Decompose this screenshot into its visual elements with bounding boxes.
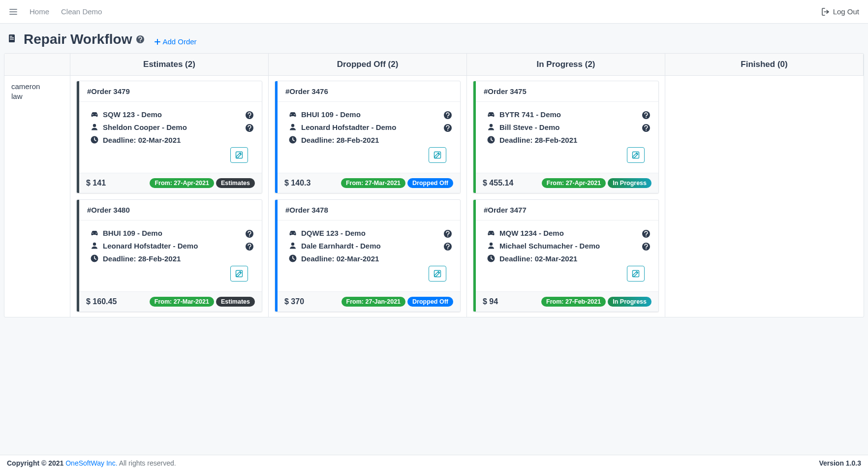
edit-order-button[interactable] bbox=[627, 266, 645, 282]
edit-order-button[interactable] bbox=[429, 147, 446, 163]
card-status-badge: Estimates bbox=[216, 297, 255, 307]
customer-help-icon[interactable] bbox=[443, 124, 452, 132]
footer-copyright: Copyright © 2021 bbox=[7, 459, 65, 467]
edit-order-button[interactable] bbox=[429, 266, 446, 282]
footer-version: Version 1.0.3 bbox=[819, 459, 861, 467]
menu-toggle-icon[interactable] bbox=[9, 7, 18, 16]
footer-rights: All rights reserved. bbox=[119, 459, 176, 467]
vehicle-help-icon[interactable] bbox=[443, 229, 452, 238]
card-deadline: Deadline: 02-Mar-2021 bbox=[499, 254, 577, 263]
order-card[interactable]: #Order 3478 DQWE 123 - Demo Dale Earnhar… bbox=[275, 199, 461, 312]
car-icon bbox=[487, 110, 495, 119]
order-card[interactable]: #Order 3480 BHUI 109 - Demo Leonard Hofs… bbox=[76, 199, 262, 312]
card-price: $ 370 bbox=[284, 297, 304, 306]
card-price: $ 94 bbox=[483, 297, 498, 306]
clock-icon bbox=[90, 254, 98, 263]
car-icon bbox=[487, 228, 495, 237]
order-card[interactable]: #Order 3476 BHUI 109 - Demo Leonard Hofs… bbox=[275, 81, 461, 193]
card-vehicle: BYTR 741 - Demo bbox=[499, 110, 561, 119]
card-price: $ 455.14 bbox=[483, 179, 513, 188]
edit-order-button[interactable] bbox=[230, 266, 248, 282]
vehicle-help-icon[interactable] bbox=[245, 229, 254, 238]
add-order-button[interactable]: Add Order bbox=[154, 37, 196, 46]
card-vehicle: DQWE 123 - Demo bbox=[301, 229, 366, 237]
car-icon bbox=[288, 228, 296, 237]
document-icon bbox=[8, 34, 19, 45]
card-from-badge: From: 27-Jan-2021 bbox=[341, 297, 405, 307]
title-help-icon[interactable] bbox=[136, 35, 145, 44]
vehicle-help-icon[interactable] bbox=[642, 229, 651, 238]
card-price: $ 140.3 bbox=[284, 179, 310, 188]
footer-company-link[interactable]: OneSoftWay Inc. bbox=[65, 459, 117, 467]
edit-icon bbox=[433, 151, 442, 159]
top-navbar: Home Clean Demo Log Out bbox=[0, 0, 868, 24]
customer-help-icon[interactable] bbox=[245, 124, 254, 132]
card-customer: Leonard Hofstadter - Demo bbox=[301, 123, 396, 131]
customer-help-icon[interactable] bbox=[443, 242, 452, 251]
card-vehicle: SQW 123 - Demo bbox=[103, 110, 162, 119]
card-customer: Leonard Hofstadter - Demo bbox=[103, 242, 198, 250]
card-status-badge: Dropped Off bbox=[407, 297, 453, 307]
card-price: $ 141 bbox=[86, 179, 106, 188]
nav-clean-demo[interactable]: Clean Demo bbox=[61, 7, 102, 16]
user-icon bbox=[487, 241, 495, 250]
edit-icon bbox=[631, 151, 640, 159]
order-card[interactable]: #Order 3475 BYTR 741 - Demo Bill Steve -… bbox=[473, 81, 659, 193]
user-icon bbox=[90, 123, 98, 131]
column-header-finished: Finished (0) bbox=[665, 54, 864, 76]
card-status-badge: Dropped Off bbox=[407, 178, 453, 188]
card-deadline: Deadline: 02-Mar-2021 bbox=[301, 254, 379, 263]
customer-help-icon[interactable] bbox=[245, 242, 254, 251]
column-in-progress: #Order 3475 BYTR 741 - Demo Bill Steve -… bbox=[467, 76, 665, 317]
card-from-badge: From: 27-Apr-2021 bbox=[150, 178, 214, 188]
user-icon bbox=[288, 241, 296, 250]
nav-home[interactable]: Home bbox=[30, 7, 49, 16]
footer: Copyright © 2021 OneSoftWay Inc. All rig… bbox=[0, 455, 868, 471]
card-from-badge: From: 27-Feb-2021 bbox=[541, 297, 606, 307]
car-icon bbox=[90, 228, 98, 237]
card-from-badge: From: 27-Mar-2021 bbox=[341, 178, 405, 188]
vehicle-help-icon[interactable] bbox=[642, 111, 651, 120]
column-header-in-progress: In Progress (2) bbox=[467, 54, 665, 76]
card-customer: Bill Steve - Demo bbox=[499, 123, 560, 131]
edit-icon bbox=[631, 269, 640, 278]
card-from-badge: From: 27-Apr-2021 bbox=[542, 178, 606, 188]
clock-icon bbox=[90, 135, 98, 144]
column-header-estimates: Estimates (2) bbox=[70, 54, 269, 76]
column-dropped-off: #Order 3476 BHUI 109 - Demo Leonard Hofs… bbox=[269, 76, 467, 317]
vehicle-help-icon[interactable] bbox=[443, 111, 452, 120]
clock-icon bbox=[487, 135, 495, 144]
card-order-number: #Order 3475 bbox=[476, 81, 658, 102]
column-header-dropped-off: Dropped Off (2) bbox=[269, 54, 467, 76]
card-deadline: Deadline: 28-Feb-2021 bbox=[103, 254, 181, 263]
sign-out-icon bbox=[821, 7, 830, 16]
customer-help-icon[interactable] bbox=[642, 124, 651, 132]
plus-icon bbox=[154, 38, 160, 45]
card-order-number: #Order 3477 bbox=[476, 200, 658, 220]
clock-icon bbox=[288, 135, 296, 144]
card-status-badge: Estimates bbox=[216, 178, 255, 188]
card-customer: Sheldon Cooper - Demo bbox=[103, 123, 187, 131]
logout-label: Log Out bbox=[833, 7, 859, 16]
edit-order-button[interactable] bbox=[230, 147, 248, 163]
order-card[interactable]: #Order 3477 MQW 1234 - Demo Michael Schu… bbox=[473, 199, 659, 312]
card-deadline: Deadline: 02-Mar-2021 bbox=[103, 136, 181, 144]
card-status-badge: In Progress bbox=[608, 178, 651, 188]
column-estimates: #Order 3479 SQW 123 - Demo Sheldon Coope… bbox=[70, 76, 269, 317]
clock-icon bbox=[288, 254, 296, 263]
car-icon bbox=[288, 110, 296, 119]
card-deadline: Deadline: 28-Feb-2021 bbox=[499, 136, 577, 144]
card-from-badge: From: 27-Mar-2021 bbox=[150, 297, 214, 307]
card-customer: Michael Schumacher - Demo bbox=[499, 242, 600, 250]
vehicle-help-icon[interactable] bbox=[245, 111, 254, 120]
card-vehicle: BHUI 109 - Demo bbox=[103, 229, 162, 237]
customer-help-icon[interactable] bbox=[642, 242, 651, 251]
card-status-badge: In Progress bbox=[608, 297, 651, 307]
order-card[interactable]: #Order 3479 SQW 123 - Demo Sheldon Coope… bbox=[76, 81, 262, 193]
logout-button[interactable]: Log Out bbox=[821, 7, 859, 16]
card-order-number: #Order 3476 bbox=[278, 81, 460, 102]
add-order-label: Add Order bbox=[162, 37, 196, 46]
card-customer: Dale Earnhardt - Demo bbox=[301, 242, 381, 250]
clock-icon bbox=[487, 254, 495, 263]
edit-order-button[interactable] bbox=[627, 147, 645, 163]
